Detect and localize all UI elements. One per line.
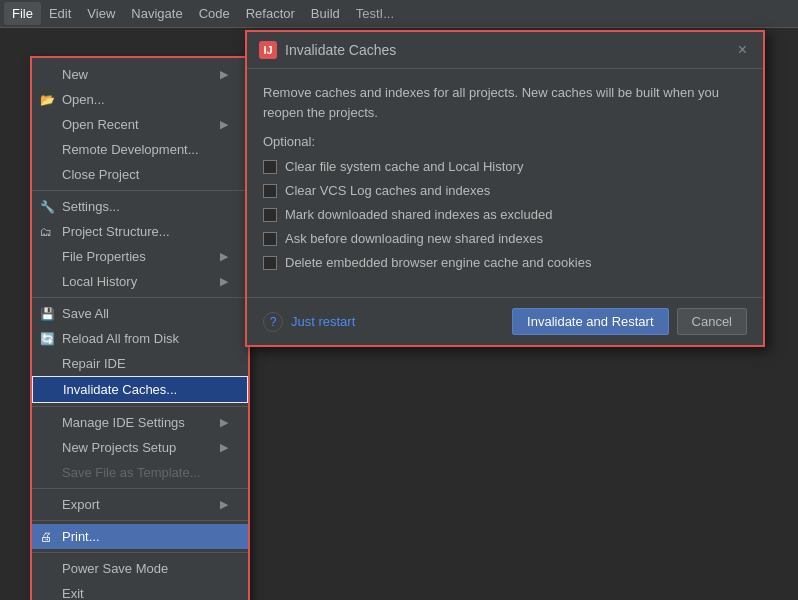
checkbox-delete-browser[interactable]: [263, 256, 277, 270]
menu-item-save-template-label: Save File as Template...: [62, 465, 201, 480]
menu-item-invalidate-caches[interactable]: Invalidate Caches...: [32, 376, 248, 403]
menu-item-exit[interactable]: Exit: [32, 581, 248, 600]
menu-item-project-structure[interactable]: 🗂 Project Structure...: [32, 219, 248, 244]
just-restart-button[interactable]: Just restart: [291, 314, 355, 329]
divider-5: [32, 520, 248, 521]
dialog-optional-label: Optional:: [263, 134, 747, 149]
dialog-title-left: IJ Invalidate Caches: [259, 41, 396, 59]
menu-item-export-label: Export: [62, 497, 100, 512]
menu-item-close-project-label: Close Project: [62, 167, 139, 182]
checkbox-delete-browser-label: Delete embedded browser engine cache and…: [285, 255, 591, 270]
menu-item-power-save-label: Power Save Mode: [62, 561, 168, 576]
dialog-icon-letter: IJ: [263, 44, 272, 56]
menu-refactor[interactable]: Refactor: [238, 2, 303, 25]
file-menu: New ▶ 📂 Open... Open Recent ▶ Remote Dev…: [30, 56, 250, 600]
reload-icon: 🔄: [40, 332, 55, 346]
menu-item-open[interactable]: 📂 Open...: [32, 87, 248, 112]
checkbox-mark-indexes-label: Mark downloaded shared indexes as exclud…: [285, 207, 552, 222]
menu-item-local-history-label: Local History: [62, 274, 137, 289]
dialog-title-text: Invalidate Caches: [285, 42, 396, 58]
menu-item-reload-disk-label: Reload All from Disk: [62, 331, 179, 346]
checkbox-clear-vcs[interactable]: [263, 184, 277, 198]
menu-item-file-properties[interactable]: File Properties ▶: [32, 244, 248, 269]
print-icon: 🖨: [40, 530, 52, 544]
checkbox-clear-fs-label: Clear file system cache and Local Histor…: [285, 159, 523, 174]
menu-item-remote-label: Remote Development...: [62, 142, 199, 157]
dialog-description: Remove caches and indexes for all projec…: [263, 83, 747, 122]
divider-4: [32, 488, 248, 489]
checkbox-clear-vcs-label: Clear VCS Log caches and indexes: [285, 183, 490, 198]
menu-file[interactable]: File: [4, 2, 41, 25]
arrow-icon-history: ▶: [220, 275, 228, 288]
checkbox-clear-fs[interactable]: [263, 160, 277, 174]
menu-item-settings-label: Settings...: [62, 199, 120, 214]
dialog-body: Remove caches and indexes for all projec…: [247, 69, 763, 293]
cancel-button[interactable]: Cancel: [677, 308, 747, 335]
menu-item-save-all-label: Save All: [62, 306, 109, 321]
arrow-icon-manage: ▶: [220, 416, 228, 429]
menu-view[interactable]: View: [79, 2, 123, 25]
help-button[interactable]: ?: [263, 312, 283, 332]
dialog-title-bar: IJ Invalidate Caches ×: [247, 32, 763, 69]
menu-item-open-label: Open...: [62, 92, 105, 107]
menu-navigate[interactable]: Navigate: [123, 2, 190, 25]
menu-item-power-save[interactable]: Power Save Mode: [32, 556, 248, 581]
arrow-icon-newproj: ▶: [220, 441, 228, 454]
checkbox-ask-downloading[interactable]: [263, 232, 277, 246]
checkbox-item-4: Delete embedded browser engine cache and…: [263, 255, 747, 270]
arrow-icon: ▶: [220, 68, 228, 81]
menu-item-remote[interactable]: Remote Development...: [32, 137, 248, 162]
checkbox-item-0: Clear file system cache and Local Histor…: [263, 159, 747, 174]
menu-build[interactable]: Build: [303, 2, 348, 25]
menu-edit[interactable]: Edit: [41, 2, 79, 25]
dialog-footer-left: ? Just restart: [263, 312, 355, 332]
menu-item-manage-ide[interactable]: Manage IDE Settings ▶: [32, 410, 248, 435]
menu-item-invalidate-caches-label: Invalidate Caches...: [63, 382, 177, 397]
checkbox-item-2: Mark downloaded shared indexes as exclud…: [263, 207, 747, 222]
divider-2: [32, 297, 248, 298]
menu-item-file-properties-label: File Properties: [62, 249, 146, 264]
dialog-footer: ? Just restart Invalidate and Restart Ca…: [247, 297, 763, 345]
save-icon: 💾: [40, 307, 55, 321]
menu-item-new-projects-setup[interactable]: New Projects Setup ▶: [32, 435, 248, 460]
dialog-close-button[interactable]: ×: [734, 40, 751, 60]
menu-item-save-template: Save File as Template...: [32, 460, 248, 485]
divider-6: [32, 552, 248, 553]
structure-icon: 🗂: [40, 225, 52, 239]
checkbox-item-3: Ask before downloading new shared indexe…: [263, 231, 747, 246]
arrow-icon-recent: ▶: [220, 118, 228, 131]
checkbox-mark-indexes[interactable]: [263, 208, 277, 222]
menu-item-print-label: Print...: [62, 529, 100, 544]
menu-item-export[interactable]: Export ▶: [32, 492, 248, 517]
menu-item-new-label: New: [62, 67, 88, 82]
divider-1: [32, 190, 248, 191]
invalidate-restart-button[interactable]: Invalidate and Restart: [512, 308, 668, 335]
menu-bar: File Edit View Navigate Code Refactor Bu…: [0, 0, 798, 28]
folder-icon: 📂: [40, 93, 55, 107]
dialog-footer-right: Invalidate and Restart Cancel: [512, 308, 747, 335]
menu-item-new-projects-setup-label: New Projects Setup: [62, 440, 176, 455]
menu-item-new[interactable]: New ▶: [32, 62, 248, 87]
arrow-icon-props: ▶: [220, 250, 228, 263]
arrow-icon-export: ▶: [220, 498, 228, 511]
menu-item-close-project[interactable]: Close Project: [32, 162, 248, 187]
invalidate-caches-dialog: IJ Invalidate Caches × Remove caches and…: [245, 30, 765, 347]
menu-item-reload-disk[interactable]: 🔄 Reload All from Disk: [32, 326, 248, 351]
menu-item-open-recent[interactable]: Open Recent ▶: [32, 112, 248, 137]
menu-item-repair-ide-label: Repair IDE: [62, 356, 126, 371]
menu-item-manage-ide-label: Manage IDE Settings: [62, 415, 185, 430]
menu-item-open-recent-label: Open Recent: [62, 117, 139, 132]
menu-item-print[interactable]: 🖨 Print...: [32, 524, 248, 549]
menu-item-project-structure-label: Project Structure...: [62, 224, 170, 239]
checkbox-ask-downloading-label: Ask before downloading new shared indexe…: [285, 231, 543, 246]
gear-icon: 🔧: [40, 200, 55, 214]
menu-item-save-all[interactable]: 💾 Save All: [32, 301, 248, 326]
project-label: TestI...: [348, 2, 402, 25]
menu-item-repair-ide[interactable]: Repair IDE: [32, 351, 248, 376]
checkbox-item-1: Clear VCS Log caches and indexes: [263, 183, 747, 198]
dialog-app-icon: IJ: [259, 41, 277, 59]
menu-item-settings[interactable]: 🔧 Settings...: [32, 194, 248, 219]
menu-item-local-history[interactable]: Local History ▶: [32, 269, 248, 294]
menu-code[interactable]: Code: [191, 2, 238, 25]
divider-3: [32, 406, 248, 407]
